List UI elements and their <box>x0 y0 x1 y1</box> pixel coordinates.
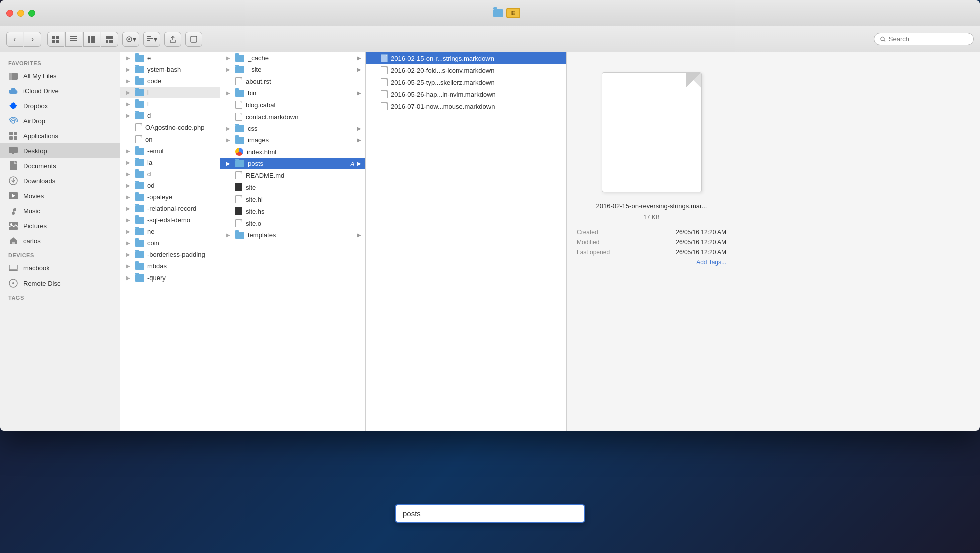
cover-view-button[interactable] <box>101 32 118 47</box>
search-input[interactable] <box>889 35 967 43</box>
list-item[interactable]: README.md <box>220 169 365 181</box>
preview-fold <box>686 73 701 88</box>
list-item[interactable]: ▶ images ▶ <box>220 134 365 146</box>
maximize-button[interactable] <box>28 10 35 17</box>
list-item[interactable]: ▶ code <box>120 75 220 87</box>
sidebar-item-desktop[interactable]: Desktop <box>0 143 120 158</box>
sidebar-remote-disc-label: Remote Disc <box>23 280 60 287</box>
folder-icon <box>235 160 244 167</box>
sidebar-item-macbook[interactable]: macbook <box>0 260 120 275</box>
file-icon <box>235 219 242 227</box>
list-item[interactable]: index.html <box>220 146 365 158</box>
file-name: d <box>147 112 216 119</box>
list-item-templates[interactable]: ▶ templates ▶ <box>220 229 365 241</box>
share-button[interactable] <box>164 32 181 47</box>
sidebar-item-pictures[interactable]: Pictures <box>0 218 120 233</box>
sidebar-item-downloads[interactable]: Downloads <box>0 173 120 188</box>
forward-button[interactable]: › <box>24 32 41 47</box>
list-item[interactable]: ▶ -opaleye <box>120 191 220 203</box>
sidebar-item-all-my-files[interactable]: All My Files <box>0 68 120 83</box>
folder-icon <box>135 89 144 96</box>
list-item[interactable]: ▶ la <box>120 157 220 168</box>
list-item[interactable]: 2016-02-15-on-r...strings.markdown <box>366 52 566 64</box>
title-bar-center: E <box>39 8 974 18</box>
sidebar-item-applications[interactable]: Applications <box>0 128 120 143</box>
file-name: 2016-02-20-fold...s-iconv.markdown <box>391 67 562 74</box>
sidebar-item-airdrop[interactable]: AirDrop <box>0 113 120 128</box>
list-item-posts[interactable]: ▶ posts A ▶ <box>220 158 365 169</box>
list-item[interactable]: ▶ -sql-edsl-demo <box>120 214 220 226</box>
list-item[interactable]: ▶ _cache ▶ <box>220 52 365 64</box>
list-item[interactable]: contact.markdown <box>220 111 365 123</box>
folder-icon <box>235 125 244 132</box>
list-item[interactable]: ▶ d <box>120 110 220 121</box>
file-column-3: 2016-02-15-on-r...strings.markdown 2016-… <box>366 52 566 431</box>
list-item[interactable]: ▶ l <box>120 87 220 98</box>
back-button[interactable]: ‹ <box>6 32 23 47</box>
list-item[interactable]: blog.cabal <box>220 99 365 111</box>
list-item[interactable]: 2016-05-25-typ...skellerz.markdown <box>366 76 566 88</box>
sidebar-item-movies[interactable]: Movies <box>0 188 120 203</box>
modified-row: Modified 26/05/16 12:20 AM <box>577 239 726 246</box>
list-item[interactable]: 2016-07-01-now...mouse.markdown <box>366 100 566 112</box>
documents-icon <box>8 161 18 171</box>
list-item[interactable]: ▶ coin <box>120 237 220 249</box>
list-item[interactable]: ▶ -relational-record <box>120 203 220 214</box>
list-item[interactable]: ▶ _site ▶ <box>220 64 365 75</box>
tag-button[interactable] <box>185 32 202 47</box>
search-bar[interactable] <box>874 33 974 45</box>
list-item[interactable]: about.rst <box>220 75 365 87</box>
expand-arrow: ▶ <box>124 252 132 257</box>
list-item[interactable]: ▶ d <box>120 168 220 180</box>
list-item[interactable]: ▶ e <box>120 52 220 64</box>
list-item[interactable]: ▶ -borderless-padding <box>120 249 220 260</box>
sidebar-item-documents[interactable]: Documents <box>0 158 120 173</box>
list-item[interactable]: ▶ css ▶ <box>220 123 365 134</box>
list-item[interactable]: site.hs <box>220 205 365 217</box>
sidebar-item-carlos[interactable]: carlos <box>0 233 120 248</box>
file-name: 2016-05-26-hap...in-nvim.markdown <box>391 91 562 98</box>
list-item[interactable]: 2016-02-20-fold...s-iconv.markdown <box>366 64 566 76</box>
list-item[interactable]: site.o <box>220 217 365 229</box>
sidebar-item-icloud-drive[interactable]: iCloud Drive <box>0 83 120 98</box>
add-tags-link[interactable]: Add Tags... <box>696 259 726 266</box>
column-view-button[interactable] <box>83 32 100 47</box>
nav-buttons: ‹ › <box>6 32 41 47</box>
file-name-posts: posts <box>248 160 346 167</box>
list-item[interactable]: 2016-05-26-hap...in-nvim.markdown <box>366 88 566 100</box>
list-item[interactable]: ▶ ne <box>120 226 220 237</box>
list-item[interactable]: ▶ od <box>120 180 220 191</box>
minimize-button[interactable] <box>17 10 24 17</box>
close-button[interactable] <box>6 10 13 17</box>
svg-rect-44 <box>9 265 17 270</box>
sidebar-item-music[interactable]: Music <box>0 203 120 218</box>
sidebar-item-remote-disc[interactable]: Remote Disc <box>0 275 120 291</box>
action-button[interactable]: ▾ <box>122 32 139 47</box>
modified-label: Modified <box>577 239 599 246</box>
svg-rect-9 <box>93 36 95 43</box>
list-item[interactable]: site <box>220 181 365 193</box>
list-item[interactable]: OAgostino-code.php <box>120 121 220 133</box>
preview-filename: 2016-02-15-on-reversing-strings.mar... <box>596 202 707 210</box>
list-item[interactable]: ▶ mbdas <box>120 260 220 272</box>
icon-view-button[interactable] <box>47 32 64 47</box>
list-item[interactable]: ▶ ystem-bash <box>120 64 220 75</box>
list-item[interactable]: ▶ l <box>120 98 220 110</box>
rename-input[interactable] <box>395 504 585 523</box>
sidebar-all-my-files-label: All My Files <box>23 72 56 80</box>
svg-line-21 <box>884 40 885 41</box>
file-icon <box>235 77 242 85</box>
folder-icon <box>135 251 144 258</box>
list-item[interactable]: ▶ -emul <box>120 145 220 157</box>
list-item[interactable]: ▶ bin ▶ <box>220 87 365 99</box>
sidebar-music-label: Music <box>23 207 40 215</box>
list-item[interactable]: ▶ -query <box>120 272 220 284</box>
arrange-button[interactable]: ▾ <box>143 32 160 47</box>
folder-icon <box>135 78 144 85</box>
list-view-button[interactable] <box>65 32 82 47</box>
sidebar-item-dropbox[interactable]: Dropbox <box>0 98 120 113</box>
file-name: -sql-edsl-demo <box>147 216 216 224</box>
list-item[interactable]: on <box>120 133 220 145</box>
preview-meta: Created 26/05/16 12:20 AM Modified 26/05… <box>577 229 726 266</box>
list-item[interactable]: site.hi <box>220 193 365 205</box>
